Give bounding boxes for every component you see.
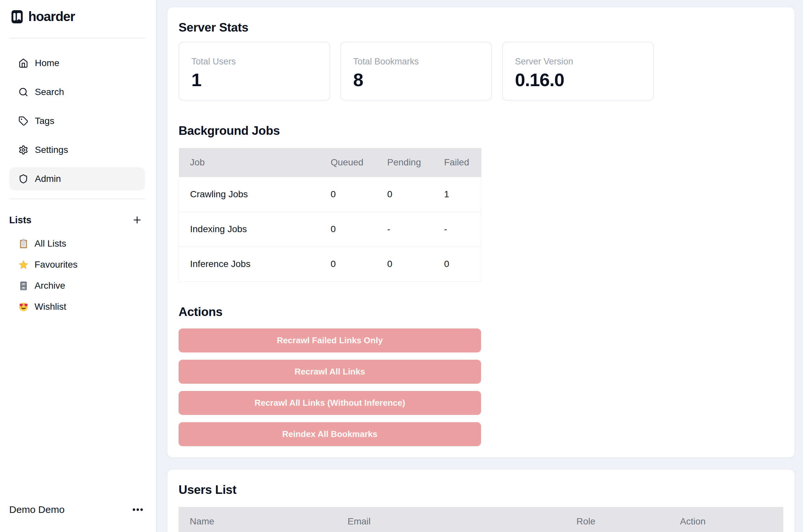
users-table: Name Email Role Action [178, 507, 783, 532]
stat-value: 1 [191, 70, 329, 90]
column-header-queued: Queued [331, 148, 387, 177]
server-stats-heading: Server Stats [178, 20, 783, 35]
stat-label: Total Bookmarks [353, 56, 491, 67]
column-header-email: Email [348, 507, 576, 532]
stat-card-total-bookmarks: Total Bookmarks 8 [340, 42, 492, 101]
ellipsis-icon [131, 503, 145, 516]
star-emoji-icon [18, 260, 28, 270]
lists-heading: Lists [9, 215, 32, 226]
cell-pending: - [387, 212, 444, 247]
sidebar-item-tags[interactable]: Tags [9, 110, 145, 133]
background-jobs-heading: Background Jobs [178, 124, 783, 138]
actions-list: Recrawl Failed Links Only Recrawl All Li… [178, 328, 481, 446]
sidebar-item-label: Settings [35, 145, 68, 155]
plus-icon [132, 215, 142, 225]
add-list-button[interactable] [132, 215, 145, 225]
background-jobs-table: Job Queued Pending Failed Crawling Jobs … [178, 148, 481, 282]
sidebar-item-home[interactable]: Home [9, 52, 145, 75]
cell-queued: 0 [331, 177, 387, 212]
list-item-label: Archive [35, 281, 65, 291]
recrawl-all-links-button[interactable]: Recrawl All Links [178, 360, 481, 384]
table-row-crawling-jobs: Crawling Jobs 0 0 1 [179, 177, 481, 212]
users-list-card: Users List Name Email Role Action [167, 469, 795, 532]
reindex-all-bookmarks-button[interactable]: Reindex All Bookmarks [178, 422, 481, 446]
table-header-row: Name Email Role Action [178, 507, 783, 532]
user-menu-button[interactable] [131, 503, 145, 516]
recrawl-failed-links-button[interactable]: Recrawl Failed Links Only [178, 328, 481, 353]
cell-job-name: Crawling Jobs [179, 177, 331, 212]
cell-failed: - [444, 212, 481, 247]
cell-failed: 1 [444, 177, 481, 212]
admin-panel-card: Server Stats Total Users 1 Total Bookmar… [167, 7, 795, 458]
cell-failed: 0 [444, 247, 481, 282]
app-title: hoarder [28, 9, 75, 24]
stat-card-total-users: Total Users 1 [178, 42, 330, 101]
users-list-heading: Users List [178, 483, 783, 497]
column-header-name: Name [178, 507, 348, 532]
sidebar: hoarder Home Search Tags Settings A [0, 0, 156, 532]
column-header-failed: Failed [444, 148, 481, 177]
column-header-role: Role [576, 507, 680, 532]
sidebar-nav: Home Search Tags Settings Admin [9, 52, 145, 190]
lists-header: Lists [9, 213, 145, 227]
cell-queued: 0 [331, 212, 387, 247]
column-header-pending: Pending [387, 148, 444, 177]
stat-label: Total Users [191, 56, 329, 67]
lists: All Lists Favourites Archive [9, 234, 145, 316]
clipboard-emoji-icon [18, 239, 28, 249]
main-content: Server Stats Total Users 1 Total Bookmar… [156, 0, 803, 532]
user-row: Demo Demo [9, 500, 145, 519]
app-logo[interactable]: hoarder [12, 9, 145, 24]
file-cabinet-emoji-icon [18, 281, 28, 291]
shield-icon [18, 174, 28, 184]
table-header-row: Job Queued Pending Failed [179, 148, 481, 177]
list-item-all-lists[interactable]: All Lists [9, 234, 145, 253]
settings-icon [18, 145, 28, 155]
list-item-label: Wishlist [35, 302, 66, 312]
server-stats-row: Total Users 1 Total Bookmarks 8 Server V… [178, 42, 783, 101]
sidebar-item-search[interactable]: Search [9, 80, 145, 103]
hoarder-logo-icon [12, 10, 23, 23]
heart-eyes-emoji-icon [18, 302, 28, 312]
cell-queued: 0 [331, 247, 387, 282]
home-icon [18, 58, 28, 68]
sidebar-item-settings[interactable]: Settings [9, 138, 145, 162]
table-row-inference-jobs: Inference Jobs 0 0 0 [179, 247, 481, 282]
search-icon [18, 87, 28, 97]
column-header-action: Action [680, 507, 783, 532]
list-item-label: All Lists [35, 239, 66, 249]
cell-job-name: Inference Jobs [179, 247, 331, 282]
stat-value: 8 [353, 70, 491, 90]
list-item-wishlist[interactable]: Wishlist [9, 298, 145, 316]
stat-label: Server Version [515, 56, 653, 67]
sidebar-item-label: Search [35, 87, 64, 97]
sidebar-item-label: Tags [35, 116, 54, 126]
app-root: hoarder Home Search Tags Settings A [0, 0, 803, 532]
cell-pending: 0 [387, 247, 444, 282]
column-header-job: Job [179, 148, 331, 177]
sidebar-divider-top [9, 38, 145, 38]
list-item-label: Favourites [35, 260, 78, 270]
user-name: Demo Demo [9, 504, 64, 515]
tag-icon [18, 116, 28, 126]
sidebar-item-admin[interactable]: Admin [9, 167, 145, 190]
list-item-archive[interactable]: Archive [9, 277, 145, 295]
sidebar-item-label: Admin [35, 174, 61, 184]
table-row-indexing-jobs: Indexing Jobs 0 - - [179, 212, 481, 247]
recrawl-all-links-without-inference-button[interactable]: Recrawl All Links (Without Inference) [178, 391, 481, 415]
list-item-favourites[interactable]: Favourites [9, 255, 145, 274]
cell-pending: 0 [387, 177, 444, 212]
stat-value: 0.16.0 [515, 70, 653, 90]
sidebar-item-label: Home [35, 58, 59, 69]
actions-heading: Actions [178, 305, 783, 319]
cell-job-name: Indexing Jobs [179, 212, 331, 247]
sidebar-divider-lists [9, 198, 145, 199]
stat-card-server-version: Server Version 0.16.0 [502, 42, 654, 101]
